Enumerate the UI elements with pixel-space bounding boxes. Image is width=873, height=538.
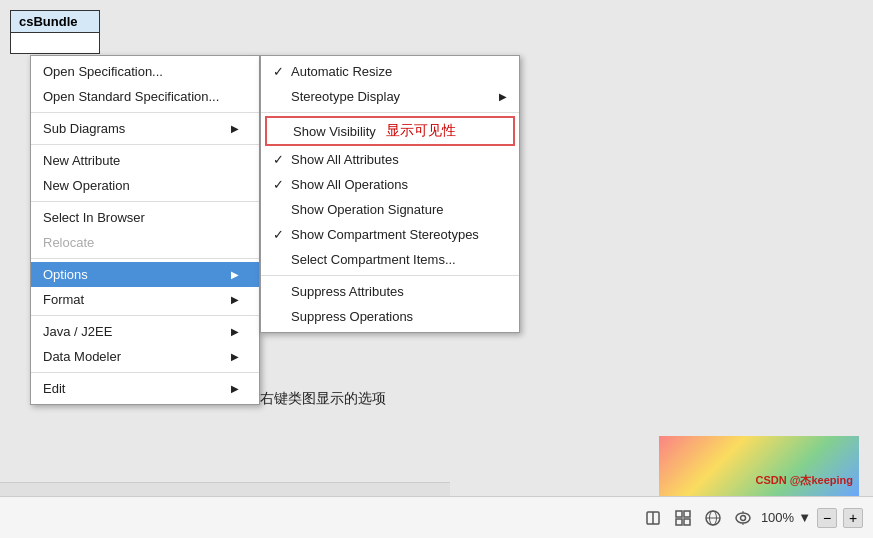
menu-item-show-compartment-stereotypes[interactable]: ✓ Show Compartment Stereotypes [261, 222, 519, 247]
scroll-icon[interactable] [641, 506, 665, 530]
menu-item-select-in-browser[interactable]: Select In Browser [31, 205, 259, 230]
menu-item-java-j2ee[interactable]: Java / J2EE ▶ [31, 319, 259, 344]
submenu-arrow-options: ▶ [231, 269, 239, 280]
svg-rect-5 [684, 519, 690, 525]
zoom-level-label: 100% [761, 510, 794, 525]
check-icon-show-all-operations: ✓ [273, 177, 291, 192]
left-context-menu: Open Specification... Open Standard Spec… [30, 55, 260, 405]
submenu-arrow-format: ▶ [231, 294, 239, 305]
menu-item-format[interactable]: Format ▶ [31, 287, 259, 312]
submenu-arrow-edit: ▶ [231, 383, 239, 394]
submenu-arrow-sub-diagrams: ▶ [231, 123, 239, 134]
menu-item-show-all-attributes[interactable]: ✓ Show All Attributes [261, 147, 519, 172]
check-icon-show-all-attributes: ✓ [273, 152, 291, 167]
separator-1 [31, 112, 259, 113]
class-node-body [11, 33, 99, 53]
menu-item-show-operation-signature[interactable]: Show Operation Signature [261, 197, 519, 222]
menu-item-sub-diagrams[interactable]: Sub Diagrams ▶ [31, 116, 259, 141]
separator-6 [31, 372, 259, 373]
svg-rect-3 [684, 511, 690, 517]
menu-item-new-attribute[interactable]: New Attribute [31, 148, 259, 173]
separator-3 [31, 201, 259, 202]
scrollbar-horizontal[interactable] [0, 482, 450, 496]
zoom-control: 100% ▼ [761, 510, 811, 525]
check-icon-auto-resize: ✓ [273, 64, 291, 79]
class-node: csBundle [10, 10, 100, 54]
submenu-arrow-data-modeler: ▶ [231, 351, 239, 362]
check-icon-show-compartment-stereotypes: ✓ [273, 227, 291, 242]
submenu-arrow-stereotype: ▶ [499, 91, 507, 102]
submenu-arrow-java: ▶ [231, 326, 239, 337]
menu-item-show-all-operations[interactable]: ✓ Show All Operations [261, 172, 519, 197]
menu-item-options[interactable]: Options ▶ [31, 262, 259, 287]
separator-r1 [261, 112, 519, 113]
menu-item-select-compartment-items[interactable]: Select Compartment Items... [261, 247, 519, 272]
zoom-dropdown-arrow[interactable]: ▼ [798, 510, 811, 525]
svg-point-10 [740, 515, 745, 520]
menu-item-open-spec[interactable]: Open Specification... [31, 59, 259, 84]
eye-settings-icon[interactable] [731, 506, 755, 530]
zoom-minus-button[interactable]: − [817, 508, 837, 528]
menu-item-show-visibility[interactable]: Show Visibility 显示可见性 [265, 116, 515, 146]
right-context-menu: ✓ Automatic Resize Stereotype Display ▶ … [260, 55, 520, 333]
menu-item-auto-resize[interactable]: ✓ Automatic Resize [261, 59, 519, 84]
menu-item-edit[interactable]: Edit ▶ [31, 376, 259, 401]
separator-r2 [261, 275, 519, 276]
watermark: CSDN @杰keeping [755, 473, 853, 488]
svg-rect-2 [676, 511, 682, 517]
svg-rect-4 [676, 519, 682, 525]
separator-4 [31, 258, 259, 259]
globe-icon[interactable] [701, 506, 725, 530]
taskbar: 100% ▼ − + [0, 496, 873, 538]
separator-2 [31, 144, 259, 145]
menu-item-suppress-attributes[interactable]: Suppress Attributes [261, 279, 519, 304]
annotation-text: 右键类图显示的选项 [260, 390, 386, 408]
menu-item-suppress-operations[interactable]: Suppress Operations [261, 304, 519, 329]
menu-item-stereotype-display[interactable]: Stereotype Display ▶ [261, 84, 519, 109]
class-node-header: csBundle [11, 11, 99, 33]
grid-icon[interactable] [671, 506, 695, 530]
menu-item-data-modeler[interactable]: Data Modeler ▶ [31, 344, 259, 369]
svg-point-9 [736, 513, 750, 523]
menu-item-relocate: Relocate [31, 230, 259, 255]
menu-item-new-operation[interactable]: New Operation [31, 173, 259, 198]
zoom-plus-button[interactable]: + [843, 508, 863, 528]
menu-item-open-std-spec[interactable]: Open Standard Specification... [31, 84, 259, 109]
separator-5 [31, 315, 259, 316]
chinese-label-visibility: 显示可见性 [386, 122, 456, 140]
